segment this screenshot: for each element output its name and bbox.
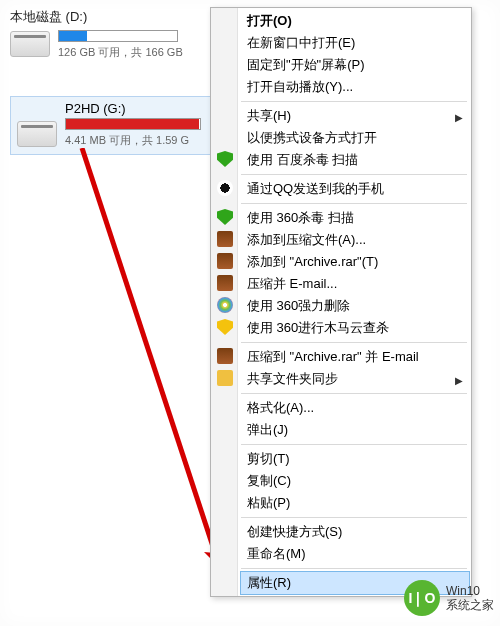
menu-format[interactable]: 格式化(A)... — [241, 397, 469, 419]
watermark-line2: 系统之家 — [446, 598, 494, 612]
folder-icon — [217, 370, 233, 386]
menu-force-delete[interactable]: 使用 360强力删除 — [241, 295, 469, 317]
menu-zip-email[interactable]: 压缩并 E-mail... — [241, 273, 469, 295]
menu-autoplay[interactable]: 打开自动播放(Y)... — [241, 76, 469, 98]
menu-add-rar[interactable]: 添加到 "Archive.rar"(T) — [241, 251, 469, 273]
archive-icon — [217, 348, 233, 364]
disc-icon — [217, 297, 233, 313]
menu-trojan-scan[interactable]: 使用 360进行木马云查杀 — [241, 317, 469, 339]
menu-pin-start[interactable]: 固定到"开始"屏幕(P) — [241, 54, 469, 76]
menu-copy[interactable]: 复制(C) — [241, 470, 469, 492]
archive-icon — [217, 253, 233, 269]
menu-qq-send[interactable]: 通过QQ发送到我的手机 — [241, 178, 469, 200]
usage-bar-d — [58, 30, 178, 42]
watermark-line1: Win10 — [446, 584, 494, 598]
menu-share[interactable]: 共享(H)▶ — [241, 105, 469, 127]
archive-icon — [217, 231, 233, 247]
menu-paste[interactable]: 粘贴(P) — [241, 492, 469, 514]
menu-baidu-scan[interactable]: 使用 百度杀毒 扫描 — [241, 149, 469, 171]
menu-360-scan[interactable]: 使用 360杀毒 扫描 — [241, 207, 469, 229]
drive-g-free: 4.41 MB 可用，共 1.59 G — [65, 133, 201, 148]
hdd-icon — [17, 121, 57, 147]
menu-add-archive[interactable]: 添加到压缩文件(A)... — [241, 229, 469, 251]
menu-open[interactable]: 打开(O) — [241, 10, 469, 32]
drive-d-header: 本地磁盘 (D:) — [10, 8, 87, 26]
context-menu: 打开(O) 在新窗口中打开(E) 固定到"开始"屏幕(P) 打开自动播放(Y).… — [210, 7, 472, 597]
drive-g-label: P2HD (G:) — [65, 101, 207, 116]
menu-eject[interactable]: 弹出(J) — [241, 419, 469, 441]
archive-icon — [217, 275, 233, 291]
hdd-icon — [10, 31, 50, 57]
menu-folder-sync[interactable]: 共享文件夹同步▶ — [241, 368, 469, 390]
menu-zip-rar-email[interactable]: 压缩到 "Archive.rar" 并 E-mail — [241, 346, 469, 368]
watermark-logo-icon: I❘O — [404, 580, 440, 616]
drive-g[interactable]: P2HD (G:) 4.41 MB 可用，共 1.59 G — [10, 96, 214, 155]
menu-cut[interactable]: 剪切(T) — [241, 448, 469, 470]
menu-rename[interactable]: 重命名(M) — [241, 543, 469, 565]
svg-line-0 — [82, 148, 220, 568]
drive-d[interactable]: 126 GB 可用，共 166 GB — [10, 28, 210, 60]
drive-d-free: 126 GB 可用，共 166 GB — [58, 45, 183, 60]
menu-create-shortcut[interactable]: 创建快捷方式(S) — [241, 521, 469, 543]
menu-new-window[interactable]: 在新窗口中打开(E) — [241, 32, 469, 54]
watermark: I❘O Win10 系统之家 — [404, 580, 494, 616]
chevron-right-icon: ▶ — [455, 373, 463, 389]
chevron-right-icon: ▶ — [455, 110, 463, 126]
menu-portable[interactable]: 以便携式设备方式打开 — [241, 127, 469, 149]
annotation-arrow — [72, 148, 232, 578]
qq-icon — [217, 180, 233, 196]
usage-bar-g — [65, 118, 201, 130]
